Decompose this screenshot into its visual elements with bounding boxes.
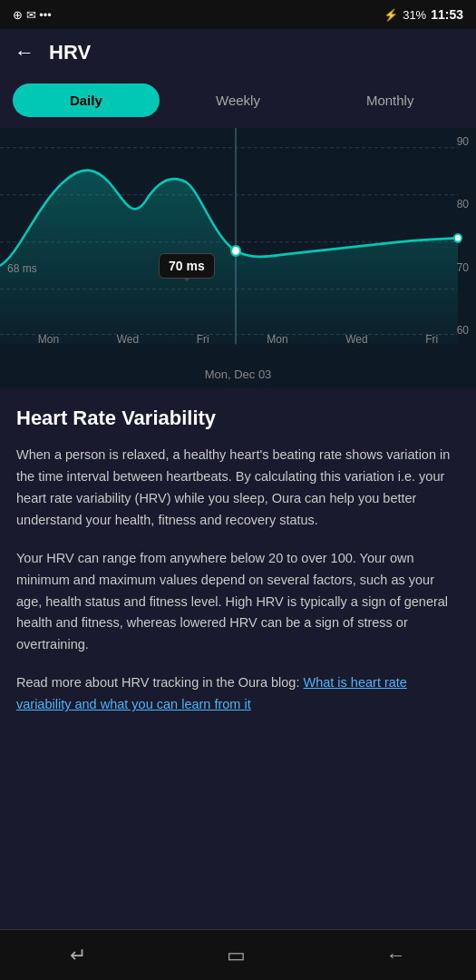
- app-icons: ⊕ ✉ •••: [13, 8, 52, 22]
- nav-recent-apps-icon[interactable]: ↵: [70, 944, 86, 967]
- x-label-mon1: Mon: [38, 333, 59, 346]
- hrv-left-value: 68 ms: [7, 262, 37, 275]
- blog-link-paragraph: Read more about HRV tracking in the Oura…: [16, 672, 460, 716]
- bluetooth-icon: ⚡: [384, 8, 398, 22]
- x-label-mon2: Mon: [267, 333, 287, 346]
- back-button[interactable]: ←: [15, 43, 34, 63]
- pre-link-text: Read more about HRV tracking in the Oura…: [16, 675, 304, 690]
- section-title: Heart Rate Variability: [16, 407, 460, 430]
- hrv-chart: 90 80 70 60 Mon Wed Fri Mon Wed Fri 68 m…: [0, 128, 476, 364]
- y-axis-labels: 90 80 70 60: [457, 128, 469, 364]
- x-label-fri2: Fri: [425, 333, 438, 346]
- x-label-wed2: Wed: [345, 333, 367, 346]
- tab-weekly[interactable]: Weekly: [165, 83, 312, 117]
- status-bar: ⊕ ✉ ••• ⚡ 31% 11:53: [0, 0, 476, 29]
- nav-back-icon[interactable]: ←: [386, 944, 406, 967]
- header: ← HRV: [0, 29, 476, 76]
- chart-svg: [0, 128, 476, 364]
- svg-point-6: [231, 246, 240, 256]
- battery-level: 31%: [403, 8, 426, 22]
- x-label-wed1: Wed: [117, 333, 139, 346]
- tab-monthly[interactable]: Monthly: [316, 83, 463, 117]
- y-label-70: 70: [457, 261, 469, 274]
- status-time: 11:53: [431, 7, 463, 22]
- page-title: HRV: [49, 41, 91, 64]
- tab-bar: Daily Weekly Monthly: [0, 76, 476, 128]
- body-paragraph-1: When a person is relaxed, a healthy hear…: [16, 445, 460, 532]
- status-left-icons: ⊕ ✉ •••: [13, 8, 52, 22]
- status-right-icons: ⚡ 31% 11:53: [384, 7, 463, 22]
- nav-bar: ↵ ▭ ←: [0, 929, 476, 980]
- x-axis-labels: Mon Wed Fri Mon Wed Fri: [0, 333, 476, 346]
- y-label-80: 80: [457, 198, 469, 211]
- content-section: Heart Rate Variability When a person is …: [0, 388, 476, 760]
- tab-daily[interactable]: Daily: [13, 83, 160, 117]
- chart-date-label: Mon, Dec 03: [0, 364, 476, 388]
- x-label-fri1: Fri: [197, 333, 209, 346]
- y-label-90: 90: [457, 135, 469, 148]
- body-paragraph-2: Your HRV can range from anywhere below 2…: [16, 548, 460, 657]
- nav-home-icon[interactable]: ▭: [227, 944, 246, 967]
